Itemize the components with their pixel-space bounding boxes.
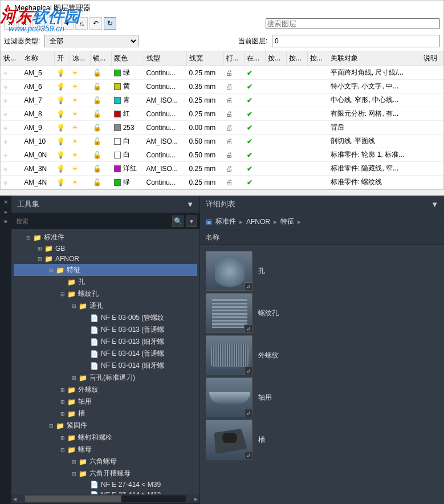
search-icon[interactable]: 🔍 — [172, 216, 184, 227]
col-by2[interactable]: 按... — [286, 51, 307, 66]
tree-node[interactable]: 📄NF E 03-014 (普通螺 — [14, 348, 197, 360]
sun-icon[interactable]: ☀ — [72, 96, 78, 104]
sun-icon[interactable]: ☀ — [72, 69, 78, 77]
printer-icon[interactable]: 🖨 — [226, 137, 233, 145]
bulb-icon[interactable]: 💡 — [56, 124, 65, 132]
detail-dropdown-icon[interactable]: ▼ — [431, 200, 438, 209]
tree-node[interactable]: ⊞📁盲孔(标准退刀) — [14, 372, 197, 384]
table-row[interactable]: ⟐AM_6💡☀🔓黄Continu...0.35 mm🖨✔特小文字, 小文字, 中… — [1, 80, 443, 94]
thumbnail-image[interactable]: ↲ — [206, 335, 252, 375]
tree-node[interactable]: ⊟📁通孔 — [14, 300, 197, 312]
tree-node[interactable]: 📄NF E 03-014 (细牙螺 — [14, 360, 197, 372]
scroll-track[interactable] — [25, 495, 186, 502]
search-options-icon[interactable]: ▾ — [186, 216, 197, 227]
col-assoc[interactable]: 关联对象 — [328, 51, 421, 66]
sun-icon[interactable]: ☀ — [72, 110, 78, 118]
tree-node[interactable]: 📁孔 — [14, 276, 197, 288]
list-item[interactable]: ↲螺纹孔 — [206, 293, 438, 333]
layer-color[interactable]: 白 — [112, 148, 144, 162]
list-item[interactable]: ↲外螺纹 — [206, 335, 438, 375]
table-row[interactable]: ⟐AM_9💡☀🔓253Continu...0.00 mm🖨✔背后 — [1, 121, 443, 135]
tree-toggle-icon[interactable]: ⊞ — [71, 459, 78, 465]
scroll-right-icon[interactable]: ▸ — [193, 495, 199, 503]
layer-color[interactable]: 红 — [112, 107, 144, 121]
printer-icon[interactable]: 🖨 — [226, 124, 233, 132]
col-lineweight[interactable]: 线宽 — [186, 51, 223, 66]
tree-node[interactable]: ⊞📁螺钉和螺栓 — [14, 432, 197, 444]
tree-node[interactable]: ⊟📁螺纹孔 — [14, 288, 197, 300]
menu-icon[interactable]: ≡ — [4, 218, 7, 225]
layer-color[interactable]: 白 — [112, 135, 144, 148]
current-layer-input[interactable] — [272, 35, 440, 47]
sun-icon[interactable]: ☀ — [72, 137, 78, 145]
bulb-icon[interactable]: 💡 — [56, 83, 65, 91]
sun-icon[interactable]: ☀ — [72, 165, 78, 173]
lock-icon[interactable]: 🔓 — [93, 110, 101, 118]
table-row[interactable]: ⟐AM_8💡☀🔓红Continu...0.25 mm🖨✔有限元分析: 网格, 有… — [1, 107, 443, 121]
expand-icon[interactable]: ↲ — [244, 282, 252, 290]
tree-node[interactable]: ⊞📁外螺纹 — [14, 384, 197, 396]
printer-icon[interactable]: 🖨 — [226, 83, 233, 91]
tree-toggle-icon[interactable]: ⊟ — [48, 423, 55, 429]
tree-node[interactable]: 📄NF E 27-414 < M39 — [14, 479, 197, 490]
col-in[interactable]: 在... — [245, 51, 266, 66]
tree-node[interactable]: 📄NF E 03-013 (细牙螺 — [14, 336, 197, 348]
col-name[interactable]: 名称 — [22, 51, 54, 66]
tree-node[interactable]: ⊞📁轴用 — [14, 396, 197, 408]
col-color[interactable]: 颜色 — [112, 51, 144, 66]
tree-toggle-icon[interactable]: ⊟ — [71, 471, 78, 477]
tree-node[interactable]: ⊞📁槽 — [14, 408, 197, 420]
bulb-icon[interactable]: 💡 — [56, 151, 65, 159]
col-by3[interactable]: 按... — [307, 51, 328, 66]
lock-icon[interactable]: 🔓 — [93, 83, 101, 91]
thumbnail-image[interactable]: ↲ — [206, 377, 252, 417]
tree-node[interactable]: ⊟📁六角开槽螺母 — [14, 468, 197, 479]
state-button[interactable]: ⎌ — [75, 17, 88, 30]
tree-node[interactable]: ⊟📁紧固件 — [14, 420, 197, 432]
printer-icon[interactable]: 🖨 — [226, 178, 233, 186]
tree-node[interactable]: ⊟📁AFNOR — [14, 254, 197, 264]
tree-toggle-icon[interactable]: ⊟ — [59, 291, 66, 297]
bulb-icon[interactable]: 💡 — [56, 165, 65, 173]
tree-node[interactable]: ⊟📁螺母 — [14, 444, 197, 456]
bulb-icon[interactable]: 💡 — [56, 96, 65, 104]
layer-color[interactable]: 253 — [112, 121, 144, 135]
printer-icon[interactable]: 🖨 — [226, 165, 233, 173]
sun-icon[interactable]: ☀ — [72, 178, 78, 186]
bulb-icon[interactable]: 💡 — [56, 110, 65, 118]
tree-toggle-icon[interactable]: ⊞ — [36, 246, 43, 251]
table-row[interactable]: ⟐AM_3N💡☀🔓洋红AM_ISO...0.25 mm🖨✔标准零件: 隐藏线, … — [1, 162, 443, 176]
crumb-2[interactable]: AFNOR — [246, 218, 270, 226]
thumbnail-image[interactable]: ↲ — [206, 251, 252, 291]
sun-icon[interactable]: ☀ — [72, 83, 78, 91]
sun-icon[interactable]: ☀ — [72, 124, 78, 132]
col-print[interactable]: 打... — [223, 51, 245, 66]
tree-node[interactable]: ⊞📁六角螺母 — [14, 456, 197, 468]
tree-node[interactable]: ⊟📁特征 — [14, 264, 197, 276]
layer-color[interactable]: 黄 — [112, 80, 144, 94]
undo-arrow-button[interactable]: ↶ — [89, 17, 102, 30]
tree-node[interactable]: 📄NF E 03-005 (管螺纹 — [14, 312, 197, 324]
printer-icon[interactable]: 🖨 — [226, 69, 233, 77]
lock-icon[interactable]: 🔓 — [93, 69, 101, 77]
lock-icon[interactable]: 🔓 — [93, 151, 101, 159]
tree-toggle-icon[interactable]: ⊟ — [36, 256, 43, 262]
thumbnail-image[interactable]: ↲ — [206, 420, 252, 460]
lock-icon[interactable]: 🔓 — [93, 124, 101, 132]
breadcrumb[interactable]: ▣ 标准件 ▸ AFNOR ▸ 特征 ▸ — [200, 213, 444, 230]
col-by1[interactable]: 按... — [266, 51, 287, 66]
table-row[interactable]: ⟐AM_0N💡☀🔓白Continu...0.50 mm🖨✔标准零件: 轮廓 1,… — [1, 148, 443, 162]
list-item[interactable]: ↲孔 — [206, 251, 438, 291]
list-item[interactable]: ↲槽 — [206, 420, 438, 460]
tree-toggle-icon[interactable]: ⊞ — [59, 435, 66, 441]
tree-toggle-icon[interactable]: ⊟ — [48, 267, 55, 273]
crumb-1[interactable]: 标准件 — [215, 217, 236, 226]
layer-search-input[interactable] — [266, 18, 440, 29]
printer-icon[interactable]: 🖨 — [226, 110, 233, 118]
scroll-left-icon[interactable]: ◂ — [11, 495, 18, 503]
refresh-button[interactable]: ↻ — [104, 17, 116, 30]
toolset-dropdown-icon[interactable]: ▼ — [186, 200, 194, 209]
tree-toggle-icon[interactable]: ⊟ — [25, 235, 32, 241]
tree-toggle-icon[interactable]: ⊞ — [59, 387, 66, 393]
crumb-3[interactable]: 特征 — [280, 217, 294, 226]
